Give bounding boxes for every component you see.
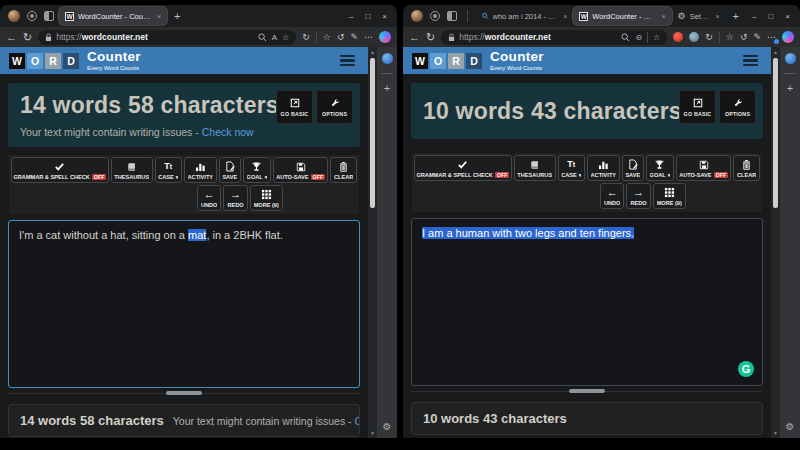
- tracking-prevention-icon[interactable]: ⊖: [635, 33, 642, 42]
- text-editor[interactable]: I am a human with two legs and ten finge…: [411, 218, 763, 386]
- maximize-button[interactable]: □: [359, 12, 376, 21]
- scroll-up-icon[interactable]: ▲: [773, 49, 778, 55]
- resize-grip[interactable]: [569, 389, 605, 393]
- settings-menu-icon[interactable]: ⋯: [364, 32, 373, 42]
- sidebar-add-icon[interactable]: +: [384, 83, 390, 94]
- toolbar-button-more-9[interactable]: MORE (9): [250, 185, 283, 211]
- toolbar-button-redo[interactable]: →REDO: [223, 185, 247, 211]
- sidebar-settings-gear-icon[interactable]: ⚙: [786, 422, 795, 432]
- sidebar-app-icon[interactable]: [382, 53, 393, 64]
- favorite-star-icon[interactable]: ☆: [282, 33, 289, 42]
- toolbar-button-thesaurus[interactable]: THESAURUS: [514, 155, 556, 181]
- toolbar-button-goal[interactable]: GOAL▾: [646, 155, 674, 181]
- toolbar-button-auto-save[interactable]: AUTO-SAVEOFF: [676, 155, 731, 181]
- toolbar-button-grammar-spell-check[interactable]: GRAMMAR & SPELL CHECKOFF: [414, 155, 512, 181]
- text-editor[interactable]: I'm a cat without a hat, sitting on a ma…: [8, 220, 360, 388]
- resize-grip[interactable]: [166, 391, 202, 395]
- refresh-sync-icon[interactable]: ↻: [302, 32, 310, 42]
- zoom-icon[interactable]: [258, 33, 267, 42]
- toolbar-button-grammar-spell-check[interactable]: GRAMMAR & SPELL CHECKOFF: [11, 157, 109, 183]
- toolbar-button-clear[interactable]: CLEAR: [733, 155, 760, 181]
- go-basic-button[interactable]: GO BASIC: [679, 90, 716, 124]
- tab-settings[interactable]: ⚙ Settings ×: [672, 7, 726, 25]
- workspaces-icon[interactable]: [447, 11, 457, 21]
- toolbar-button-goal[interactable]: GOAL▾: [243, 157, 271, 183]
- scrollbar-thumb[interactable]: [370, 58, 375, 208]
- profile-avatar[interactable]: [8, 10, 20, 22]
- history-icon[interactable]: ↺: [740, 32, 748, 42]
- back-button[interactable]: ←: [409, 32, 420, 43]
- browser-essentials-icon[interactable]: [27, 11, 37, 21]
- profile-avatar[interactable]: [411, 10, 423, 22]
- browser-essentials-icon[interactable]: [430, 11, 440, 21]
- address-bar[interactable]: https://wordcounter.net ⊖ ☆: [441, 30, 667, 45]
- collections-icon[interactable]: ✎: [350, 32, 358, 42]
- collections-icon[interactable]: ✎: [753, 32, 761, 42]
- scroll-down-icon[interactable]: ▼: [370, 430, 375, 436]
- toolbar-button-auto-save[interactable]: AUTO-SAVEOFF: [273, 157, 328, 183]
- toolbar-button-undo[interactable]: ←UNDO: [600, 183, 624, 209]
- toolbar-button-activity[interactable]: ACTIVITY: [184, 157, 217, 183]
- copilot-icon[interactable]: [782, 31, 794, 43]
- toolbar-button-thesaurus[interactable]: THESAURUS: [111, 157, 153, 183]
- page-scrollbar[interactable]: ▲ ▼: [368, 47, 377, 438]
- tab-close-icon[interactable]: ×: [661, 13, 665, 20]
- close-window-button[interactable]: ×: [376, 12, 393, 21]
- toolbar-button-redo[interactable]: →REDO: [626, 183, 650, 209]
- new-tab-button[interactable]: +: [167, 10, 187, 22]
- refresh-sync-icon[interactable]: ↻: [705, 32, 713, 42]
- maximize-button[interactable]: □: [762, 12, 779, 21]
- new-tab-button[interactable]: +: [726, 10, 746, 22]
- tab-close-icon[interactable]: ×: [563, 13, 567, 20]
- refresh-button[interactable]: ↻: [426, 32, 435, 43]
- check-now-link[interactable]: Check now: [202, 126, 254, 138]
- tab-wordcounter[interactable]: W WordCounter - Count Words & C ×: [59, 7, 167, 25]
- tab-close-icon[interactable]: ×: [157, 13, 161, 20]
- toolbar-divider: [719, 32, 720, 43]
- scroll-up-icon[interactable]: ▲: [370, 49, 375, 55]
- favorites-icon[interactable]: ☆: [726, 32, 734, 42]
- scrollbar-thumb[interactable]: [773, 58, 778, 208]
- toolbar-button-label: REDO: [630, 200, 646, 206]
- toolbar-button-save[interactable]: SAVE: [219, 157, 241, 183]
- refresh-button[interactable]: ↻: [23, 32, 32, 43]
- extension-red-icon[interactable]: [673, 32, 683, 42]
- extension-teal-icon[interactable]: [689, 32, 699, 42]
- tab-close-icon[interactable]: ×: [716, 13, 720, 20]
- workspaces-icon[interactable]: [44, 11, 54, 21]
- toolbar-button-clear[interactable]: CLEAR: [330, 157, 357, 183]
- minimize-button[interactable]: –: [343, 12, 359, 21]
- go-basic-button[interactable]: GO BASIC: [276, 90, 313, 124]
- sidebar-add-icon[interactable]: +: [787, 83, 793, 94]
- scroll-down-icon[interactable]: ▼: [773, 430, 778, 436]
- toolbar-button-save[interactable]: SAVE: [622, 155, 644, 181]
- zoom-icon[interactable]: [621, 33, 630, 42]
- history-icon[interactable]: ↺: [337, 32, 345, 42]
- minimize-button[interactable]: –: [746, 12, 762, 21]
- back-button[interactable]: ←: [6, 32, 17, 43]
- options-button[interactable]: OPTIONS: [719, 90, 756, 124]
- options-button[interactable]: OPTIONS: [316, 90, 353, 124]
- toolbar-button-case[interactable]: TtCASE▾: [155, 157, 182, 183]
- settings-menu-icon[interactable]: ⋯: [767, 32, 776, 42]
- page-scrollbar[interactable]: ▲ ▼: [771, 47, 780, 438]
- menu-hamburger-icon[interactable]: [743, 55, 758, 67]
- footer-check-now-link[interactable]: Check now: [355, 415, 360, 427]
- toolbar-button-activity[interactable]: ACTIVITY: [587, 155, 620, 181]
- toolbar-button-more-9[interactable]: MORE (9): [653, 183, 686, 209]
- toolbar-button-case[interactable]: TtCASE▾: [558, 155, 585, 181]
- favorite-star-icon[interactable]: ☆: [653, 33, 660, 42]
- sidebar-app-icon[interactable]: [785, 53, 796, 64]
- grammarly-icon[interactable]: G: [738, 361, 754, 377]
- sidebar-settings-gear-icon[interactable]: ⚙: [383, 422, 392, 432]
- tab-wordcounter[interactable]: W WordCounter - Count Wo ×: [573, 7, 671, 25]
- address-bar[interactable]: https://wordcounter.net A ☆: [38, 30, 296, 45]
- menu-hamburger-icon[interactable]: [340, 55, 355, 67]
- copilot-icon[interactable]: [379, 31, 391, 43]
- favorites-icon[interactable]: ☆: [323, 32, 331, 42]
- tab-search[interactable]: who am i 2014 - Search ×: [476, 7, 573, 25]
- go-basic-label: GO BASIC: [281, 111, 309, 117]
- read-aloud-icon[interactable]: A: [272, 33, 277, 42]
- close-window-button[interactable]: ×: [779, 12, 796, 21]
- toolbar-button-undo[interactable]: ←UNDO: [197, 185, 221, 211]
